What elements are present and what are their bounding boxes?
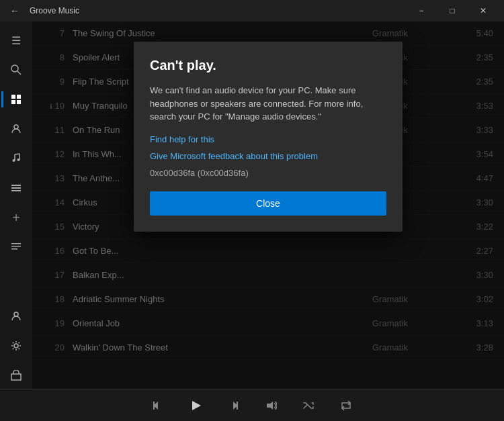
svg-rect-5 — [17, 100, 21, 104]
svg-marker-23 — [267, 402, 273, 410]
svg-point-15 — [14, 312, 18, 316]
dialog-link-help[interactable]: Find help for this — [150, 134, 386, 144]
svg-rect-2 — [11, 95, 15, 99]
sidebar-item-store[interactable] — [1, 362, 31, 389]
sidebar-item-user[interactable] — [1, 303, 31, 330]
sidebar: ☰ + — [0, 21, 32, 389]
close-button[interactable]: ✕ — [468, 0, 499, 21]
svg-point-16 — [14, 344, 18, 348]
skip-back-button[interactable] — [147, 395, 169, 416]
svg-rect-9 — [11, 185, 21, 186]
back-button[interactable]: ← — [5, 1, 24, 20]
sidebar-item-albums[interactable] — [1, 175, 31, 201]
svg-rect-12 — [11, 243, 21, 244]
svg-point-0 — [11, 65, 18, 72]
svg-rect-4 — [11, 100, 15, 104]
app-body: ☰ + 7The Swing Of Justic — [0, 21, 504, 389]
maximize-button[interactable]: □ — [437, 0, 468, 21]
repeat-button[interactable] — [335, 395, 357, 416]
app-title: Groove Music — [24, 6, 406, 15]
svg-rect-19 — [153, 402, 155, 410]
svg-rect-13 — [11, 246, 21, 247]
svg-point-7 — [13, 159, 15, 162]
svg-marker-20 — [192, 401, 201, 410]
bottom-bar — [0, 389, 504, 421]
skip-forward-button[interactable] — [222, 395, 244, 416]
dialog-overlay: Can't play. We can't find an audio devic… — [32, 21, 504, 389]
sidebar-item-playlist[interactable] — [1, 234, 31, 261]
svg-line-1 — [17, 71, 21, 75]
sidebar-item-collection[interactable] — [1, 86, 31, 113]
sidebar-item-artists[interactable] — [1, 115, 31, 142]
dialog-error-code: 0xc00d36fa (0xc00d36fa) — [150, 168, 386, 178]
cant-play-dialog: Can't play. We can't find an audio devic… — [134, 42, 403, 232]
content-area: 7The Swing Of JusticeGramatik5:408Spoile… — [32, 21, 504, 389]
sidebar-item-hamburger[interactable]: ☰ — [1, 27, 31, 54]
title-bar: ← Groove Music − □ ✕ — [0, 0, 504, 21]
minimize-button[interactable]: − — [406, 0, 437, 21]
window-controls: − □ ✕ — [406, 0, 499, 21]
sidebar-item-add[interactable]: + — [1, 204, 31, 231]
shuffle-button[interactable] — [298, 395, 319, 416]
svg-point-8 — [17, 158, 20, 161]
sidebar-item-music[interactable] — [1, 145, 31, 172]
play-button[interactable] — [185, 395, 206, 416]
sidebar-item-settings[interactable] — [1, 332, 31, 359]
svg-rect-14 — [11, 248, 17, 250]
svg-rect-3 — [17, 95, 21, 99]
svg-rect-22 — [237, 402, 238, 410]
dialog-title: Can't play. — [150, 58, 386, 73]
svg-rect-11 — [11, 190, 21, 191]
dialog-message: We can't find an audio device for your P… — [150, 84, 386, 124]
svg-rect-17 — [11, 374, 21, 380]
dialog-link-feedback[interactable]: Give Microsoft feedback about this probl… — [150, 151, 386, 161]
dialog-close-button[interactable]: Close — [150, 191, 386, 216]
volume-button[interactable] — [260, 395, 282, 416]
svg-point-6 — [14, 125, 18, 129]
sidebar-item-search[interactable] — [1, 56, 31, 83]
svg-rect-10 — [11, 187, 21, 189]
